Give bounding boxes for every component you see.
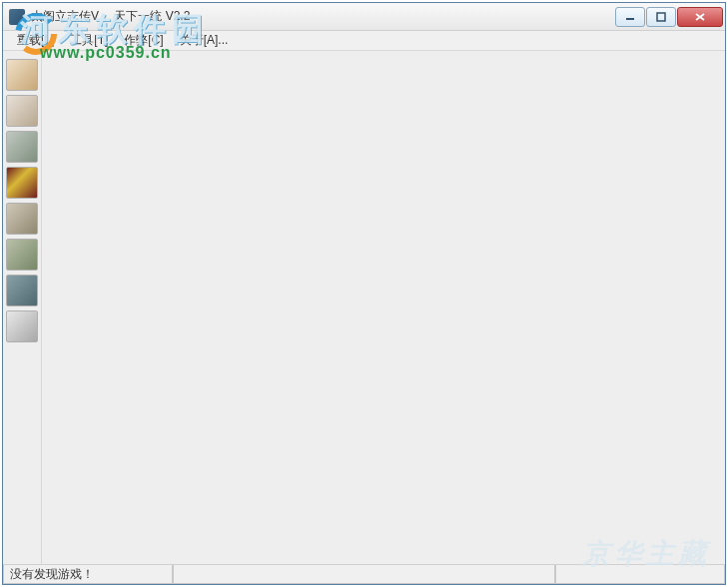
menu-about[interactable]: 关于[A]... bbox=[172, 30, 237, 51]
menu-reload[interactable]: 重载[L] bbox=[9, 30, 62, 51]
main-panel bbox=[41, 51, 725, 564]
status-message: 没有发现游戏！ bbox=[3, 565, 173, 584]
app-window: 太阁立志传V 天下一统 V2.2 重载[L] 工具[T] 作弊[C] 关于[A]… bbox=[2, 2, 726, 585]
toolbar-item-character-1[interactable] bbox=[6, 59, 38, 91]
toolbar-item-character-3[interactable] bbox=[6, 275, 38, 306]
menu-cheat[interactable]: 作弊[C] bbox=[116, 30, 171, 51]
minimize-icon bbox=[625, 12, 635, 22]
toolbar-item-scene-sea[interactable] bbox=[6, 131, 38, 163]
workarea bbox=[3, 51, 725, 564]
maximize-button[interactable] bbox=[646, 7, 676, 27]
status-middle bbox=[173, 565, 555, 584]
titlebar: 太阁立志传V 天下一统 V2.2 bbox=[3, 3, 725, 31]
close-icon bbox=[694, 12, 706, 22]
svg-rect-1 bbox=[657, 13, 665, 21]
menu-tools[interactable]: 工具[T] bbox=[62, 30, 116, 51]
window-title: 太阁立志传V 天下一统 V2.2 bbox=[31, 8, 615, 25]
maximize-icon bbox=[656, 12, 666, 22]
minimize-button[interactable] bbox=[615, 7, 645, 27]
toolbar-item-crown[interactable] bbox=[6, 167, 38, 199]
window-controls bbox=[615, 7, 723, 27]
sidebar bbox=[3, 51, 41, 564]
toolbar-item-scene-field[interactable] bbox=[6, 203, 38, 235]
close-button[interactable] bbox=[677, 7, 723, 27]
status-right bbox=[555, 565, 725, 584]
statusbar: 没有发现游戏！ bbox=[3, 564, 725, 584]
toolbar-item-scene-forest[interactable] bbox=[6, 239, 38, 271]
toolbar-item-character-4[interactable] bbox=[6, 310, 38, 342]
menubar: 重载[L] 工具[T] 作弊[C] 关于[A]... bbox=[3, 31, 725, 51]
app-icon bbox=[9, 9, 25, 25]
toolbar-item-character-2[interactable] bbox=[6, 95, 38, 127]
